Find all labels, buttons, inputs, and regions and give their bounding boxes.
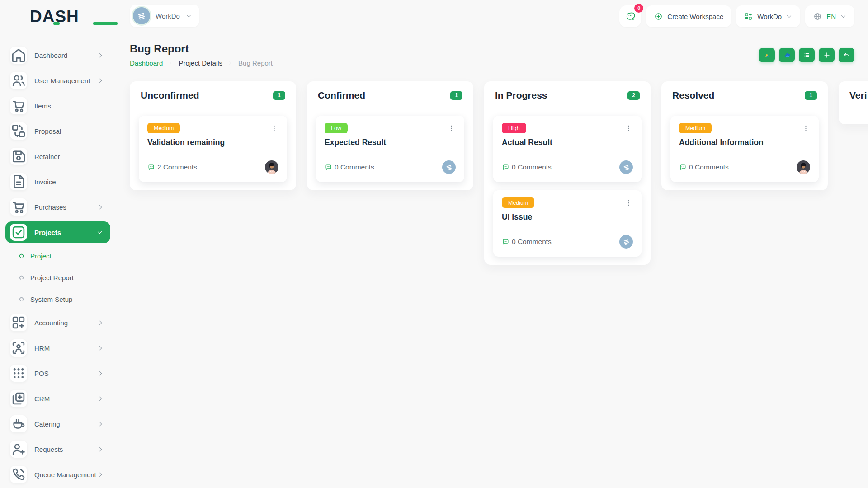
comments-label: 0 Comments: [512, 163, 552, 171]
board-column: Confirmed1LowExpected Result0 Comments: [307, 81, 473, 190]
add-button[interactable]: [819, 48, 835, 62]
task-card[interactable]: HighActual Result0 Comments: [493, 116, 642, 182]
sidebar-item-retainer[interactable]: Retainer: [0, 144, 116, 169]
sidebar-item-label: POS: [34, 370, 97, 377]
chevron-right-icon: [97, 345, 104, 352]
card-menu-button[interactable]: [624, 197, 633, 208]
card-menu-button[interactable]: [269, 123, 278, 134]
language-dropdown[interactable]: EN: [805, 5, 854, 27]
sidebar-item-crm[interactable]: CRM: [0, 386, 116, 411]
page-title: Bug Report: [130, 42, 189, 55]
board-column-body: [839, 108, 868, 124]
card-menu-button[interactable]: [624, 123, 633, 134]
chevron-right-icon: [97, 52, 104, 59]
bullet-icon: [19, 296, 24, 302]
task-card-title: Expected Result: [325, 138, 456, 147]
list-view-button[interactable]: [799, 48, 815, 62]
sidebar-item-catering[interactable]: Catering: [0, 411, 116, 436]
workspace-dropdown[interactable]: WorkDo: [736, 5, 800, 27]
grid-add-icon: [744, 12, 753, 21]
sidebar-item-projects[interactable]: Projects: [5, 221, 110, 243]
sidebar-item-proposal[interactable]: Proposal: [0, 118, 116, 144]
sidebar-item-label: System Setup: [30, 296, 104, 303]
workspace-selector-label: WorkDo: [156, 12, 180, 20]
plus-icon: [823, 51, 831, 59]
kebab-icon: [448, 123, 455, 134]
comment-icon: [502, 164, 509, 171]
comments-label: 0 Comments: [335, 163, 374, 171]
task-card[interactable]: MediumValidation remaining2 Comments: [139, 116, 287, 182]
sidebar-item-label: Projects: [34, 229, 96, 236]
priority-badge: High: [502, 123, 526, 133]
column-count-badge: 1: [805, 91, 817, 100]
sidebar-item-project[interactable]: Project: [0, 245, 116, 267]
create-workspace-button[interactable]: Create Workspace: [646, 5, 731, 27]
workspace-avatar: [442, 160, 456, 174]
breadcrumb-item[interactable]: Project Details: [179, 59, 222, 67]
sidebar-item-label: Proposal: [34, 127, 104, 135]
user-avatar: [265, 160, 278, 174]
comments-count: 2 Comments: [147, 163, 197, 171]
page-toolbar: [759, 48, 854, 62]
sidebar-item-label: Project Report: [30, 274, 104, 282]
board-column-header: Unconfirmed1: [130, 81, 296, 108]
google-drive-button[interactable]: [759, 48, 775, 62]
column-title: Resolved: [672, 90, 714, 101]
chevron-down-icon: [840, 13, 847, 20]
card-menu-button[interactable]: [801, 123, 810, 134]
sidebar-item-queue-management[interactable]: Queue Management: [0, 462, 116, 487]
sidebar-item-accounting[interactable]: Accounting: [0, 310, 116, 335]
chevron-right-icon: [97, 421, 104, 427]
sidebar-item-label: Invoice: [34, 178, 104, 186]
onedrive-button[interactable]: [779, 48, 795, 62]
back-button[interactable]: [839, 48, 854, 62]
sidebar-item-dashboard[interactable]: Dashboard: [0, 42, 116, 68]
task-card-top: Low: [325, 123, 456, 134]
sidebar-item-system-setup[interactable]: System Setup: [0, 288, 116, 310]
plus-circle-icon: [654, 12, 663, 21]
column-title: Verified: [849, 90, 868, 101]
chevron-right-icon: [97, 370, 104, 377]
sidebar-item-label: Dashboard: [34, 52, 97, 59]
topbar-actions: 0 Create Workspace WorkDo EN: [619, 5, 854, 28]
task-card[interactable]: MediumAdditional Information0 Comments: [670, 116, 819, 182]
brand-logo[interactable]: DASH: [30, 7, 79, 25]
comment-icon: [325, 164, 332, 171]
kebab-icon: [625, 197, 632, 208]
breadcrumb-item[interactable]: Dashboard: [130, 59, 163, 67]
sidebar-item-items[interactable]: Items: [0, 93, 116, 118]
column-title: Confirmed: [318, 90, 365, 101]
messages-button[interactable]: 0: [619, 5, 641, 27]
sidebar-item-purchases[interactable]: Purchases: [0, 194, 116, 220]
column-count-badge: 2: [627, 91, 640, 100]
workspace-avatar: [619, 235, 633, 249]
sidebar-item-project-report[interactable]: Project Report: [0, 267, 116, 288]
workspace-selector[interactable]: WorkDo: [130, 5, 199, 27]
swap-boxes-icon: [10, 122, 27, 140]
sidebar-item-user-management[interactable]: User Management: [0, 68, 116, 93]
task-card[interactable]: MediumUi issue0 Comments: [493, 190, 642, 257]
building-icon: [445, 163, 453, 172]
chevron-right-icon: [168, 60, 174, 66]
priority-badge: Medium: [147, 123, 180, 133]
sidebar-item-hrm[interactable]: HRM: [0, 335, 116, 361]
breadcrumb-item: Bug Report: [238, 59, 273, 67]
task-card[interactable]: LowExpected Result0 Comments: [316, 116, 464, 182]
card-menu-button[interactable]: [447, 123, 456, 134]
sidebar-item-pos[interactable]: POS: [0, 361, 116, 386]
sidebar-item-requests[interactable]: Requests: [0, 436, 116, 462]
main-content: Bug Report DashboardProject DetailsBug R…: [116, 33, 868, 488]
undo-icon: [843, 51, 851, 59]
sidebar-item-label: Accounting: [34, 319, 97, 327]
user-avatar: [797, 160, 810, 174]
sidebar-item-label: Requests: [34, 446, 97, 453]
cart-icon: [10, 97, 27, 114]
comment-icon: [147, 164, 155, 171]
person-scan-icon: [10, 339, 27, 357]
task-card-footer: 0 Comments: [679, 160, 810, 174]
logo-accent-dot: [53, 22, 60, 25]
sidebar-item-invoice[interactable]: Invoice: [0, 169, 116, 194]
chevron-right-icon: [97, 446, 104, 453]
chevron-right-icon: [97, 395, 104, 402]
globe-icon: [813, 12, 822, 21]
